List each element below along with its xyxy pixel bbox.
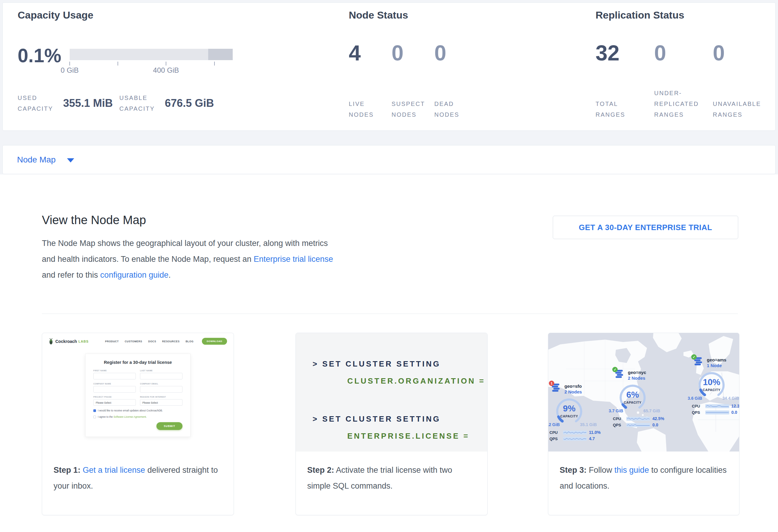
mock-trial-form: Register for a 30-day trial license FIRS… — [85, 354, 190, 437]
under-replicated-count: 0 — [654, 41, 713, 65]
sfo-capacity-percent: 9% — [554, 404, 584, 413]
sfo-cpu-label: CPU — [549, 430, 561, 435]
node-status-title: Node Status — [349, 9, 408, 21]
intro-paragraph: The Node Map shows the geographical layo… — [42, 235, 335, 283]
license-agreement-link: Software License Agreement. — [113, 415, 147, 418]
sql-command-2: > SET CLUSTER SETTING — [296, 414, 487, 424]
sfo-capacity-label: CAPACITY — [554, 414, 584, 418]
company-email-label: COMPANY EMAIL — [140, 383, 182, 385]
reason-label: REASON FOR INTEREST — [140, 396, 182, 398]
locality-sfo: 1 geo=sfo 2 Nodes — [551, 383, 607, 441]
last-name-label: LAST NAME — [140, 370, 182, 372]
cluster-summary-panel: Capacity Usage 0.1% 0 GiB 400 Gi — [2, 2, 776, 131]
node-map-dropdown[interactable]: Node Map — [17, 155, 74, 165]
mock-download-button: DOWNLOAD — [202, 338, 227, 345]
ams-healthy-badge: ✓ — [691, 354, 697, 360]
configuration-guide-link[interactable]: configuration guide — [100, 271, 168, 280]
node-status-section: Node Status 4 0 0 LIVE NODES SUSPECT NOD… — [349, 3, 570, 131]
mock-nav-docs: DOCS — [148, 340, 156, 343]
node-map-enablement-section: View the Node Map The Node Map shows the… — [0, 174, 778, 532]
chevron-down-icon — [67, 158, 74, 162]
cockroach-labs-logo: Cockroach LABS — [49, 338, 88, 345]
sql-setting-2: ENTERPRISE.LICENSE = — [296, 432, 487, 441]
first-name-field — [93, 373, 136, 379]
unavailable-count: 0 — [713, 41, 725, 65]
ams-cpu-value: 12.3% — [731, 404, 739, 408]
total-ranges-count: 32 — [596, 41, 654, 65]
sfo-capacity-gauge: 9% CAPACITY — [554, 396, 584, 427]
first-name-label: FIRST NAME — [93, 370, 136, 372]
cockroach-bug-icon — [49, 338, 53, 345]
sparkline — [563, 431, 587, 435]
enterprise-trial-license-link[interactable]: Enterprise trial license — [254, 255, 333, 263]
license-agree-checkbox — [93, 415, 96, 418]
capacity-axis-ticks — [70, 60, 233, 66]
nyc-capacity-gauge: 6% CAPACITY — [618, 383, 647, 412]
live-nodes-count: 4 — [349, 41, 392, 65]
last-name-field — [140, 373, 182, 379]
used-capacity-label: USED CAPACITY — [18, 92, 63, 114]
nyc-capacity-label: CAPACITY — [618, 401, 647, 404]
mock-nav-customers: CUSTOMERS — [125, 340, 142, 343]
sfo-name: geo=sfo — [564, 383, 582, 389]
step1-card: Cockroach LABS PRODUCT CUSTOMERS DOCS RE… — [42, 333, 234, 515]
sparkline — [563, 437, 587, 441]
step2-caption: Step 2: Activate the trial license with … — [296, 452, 487, 494]
step1-caption: Step 1: Get a trial license delivered st… — [42, 452, 234, 494]
capacity-usage-title: Capacity Usage — [18, 9, 93, 21]
ams-qps-label: QPS — [692, 410, 703, 415]
sfo-cpu-value: 11.0% — [589, 430, 607, 435]
capacity-tick-0: 0 GiB — [61, 66, 79, 75]
sparkline — [626, 417, 650, 421]
sql-command-1: > SET CLUSTER SETTING — [296, 359, 487, 369]
nyc-qps-label: QPS — [613, 423, 624, 427]
this-guide-link[interactable]: this guide — [614, 466, 649, 474]
capacity-bar — [70, 49, 233, 60]
locality-nyc: ✓ geo=nyc 2 Nodes — [615, 370, 670, 427]
nyc-cpu-label: CPU — [613, 416, 624, 421]
capacity-usage-section: Capacity Usage 0.1% 0 GiB 400 Gi — [18, 3, 263, 131]
sql-commands-panel: > SET CLUSTER SETTING CLUSTER.ORGANIZATI… — [296, 333, 487, 452]
replication-status-section: Replication Status 32 0 0 TOTAL RANGES U… — [596, 3, 778, 131]
ams-cpu-label: CPU — [692, 404, 703, 408]
mock-nav-product: PRODUCT — [105, 340, 119, 343]
mock-nav-resources: RESOURCES — [162, 340, 179, 343]
nyc-healthy-badge: ✓ — [612, 367, 618, 372]
sparkline-flat — [705, 410, 729, 414]
nyc-cpu-value: 42.5% — [652, 416, 670, 421]
suspect-nodes-label: SUSPECT NODES — [392, 98, 430, 120]
sql-setting-1: CLUSTER.ORGANIZATION = — [296, 376, 487, 386]
dead-nodes-label: DEAD NODES — [434, 98, 473, 120]
license-agree-label: I agree to the Software License Agreemen… — [98, 415, 147, 418]
logo-text: Cockroach — [55, 339, 77, 344]
total-ranges-label: TOTAL RANGES — [596, 98, 647, 120]
view-selector-bar: Node Map — [2, 145, 776, 174]
get-trial-license-link[interactable]: Get a trial license — [83, 466, 145, 474]
company-email-field — [140, 386, 182, 393]
usable-capacity-label: USABLE CAPACITY — [120, 92, 165, 114]
ams-capacity-percent: 10% — [697, 377, 726, 387]
nyc-name: geo=nyc — [628, 370, 646, 375]
company-name-label: COMPANY NAME — [93, 383, 136, 385]
ams-name: geo=ams — [707, 357, 726, 363]
step3-caption: Step 3: Follow this guide to configure l… — [548, 452, 739, 494]
capacity-percent: 0.1% — [18, 44, 61, 75]
ams-qps-value: 0.0 — [731, 410, 739, 415]
sfo-node-count: 2 Nodes — [564, 389, 582, 395]
mock-nav-blog: BLOG — [185, 340, 193, 343]
step2-card: > SET CLUSTER SETTING CLUSTER.ORGANIZATI… — [296, 333, 487, 515]
capacity-bar-other-segment — [208, 49, 233, 60]
usable-capacity-value: 676.5 GiB — [165, 97, 214, 109]
logo-labs-text: LABS — [78, 339, 88, 343]
ams-capacity-gauge: 10% CAPACITY — [697, 370, 726, 400]
enterprise-trial-button[interactable]: GET A 30-DAY ENTERPRISE TRIAL — [553, 216, 738, 239]
cluster-overview-page: Capacity Usage 0.1% 0 GiB 400 Gi — [0, 0, 778, 532]
step3-card: 1 geo=sfo 2 Nodes — [548, 333, 740, 515]
node-map-dropdown-label: Node Map — [17, 155, 56, 165]
mock-form-title: Register for a 30-day trial license — [93, 360, 182, 365]
suspect-nodes-count: 0 — [392, 41, 434, 65]
unavailable-label: UNAVAILABLE RANGES — [713, 98, 764, 120]
live-nodes-label: LIVE NODES — [349, 98, 387, 120]
company-name-field — [93, 386, 136, 393]
mock-submit-button: SUBMIT — [156, 422, 182, 430]
